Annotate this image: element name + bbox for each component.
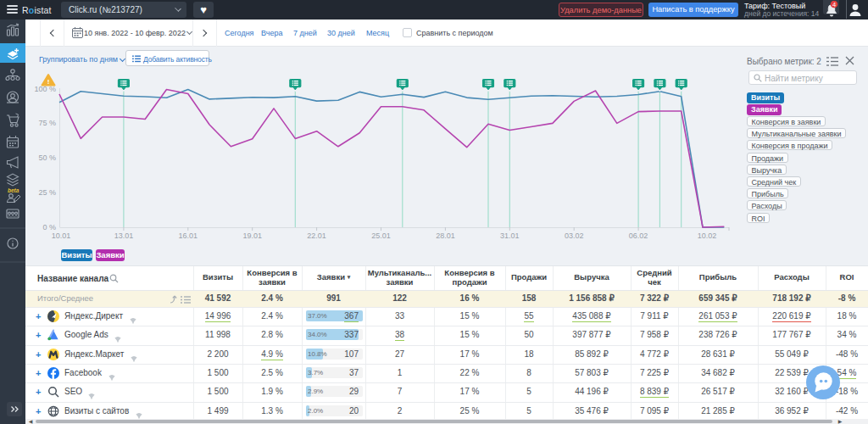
- svg-text:22.01: 22.01: [307, 232, 326, 240]
- svg-text:28.01: 28.01: [436, 232, 455, 240]
- svg-text:19.01: 19.01: [242, 232, 262, 240]
- svg-text:25 %: 25 %: [38, 188, 56, 197]
- svg-text:13.01: 13.01: [114, 232, 134, 240]
- svg-text:31.01: 31.01: [500, 232, 520, 240]
- svg-text:25.01: 25.01: [371, 232, 391, 240]
- svg-text:4: 4: [832, 1, 836, 8]
- svg-text:16.01: 16.01: [179, 232, 198, 240]
- svg-text:10.02: 10.02: [698, 232, 717, 240]
- svg-text:06.02: 06.02: [629, 232, 648, 240]
- svg-text:03.02: 03.02: [565, 232, 584, 240]
- svg-text:10.01: 10.01: [52, 232, 71, 240]
- svg-text:100 %: 100 %: [34, 85, 56, 93]
- svg-text:0 %: 0 %: [42, 223, 56, 232]
- svg-text:75 %: 75 %: [38, 119, 56, 127]
- svg-text:50 %: 50 %: [38, 153, 56, 162]
